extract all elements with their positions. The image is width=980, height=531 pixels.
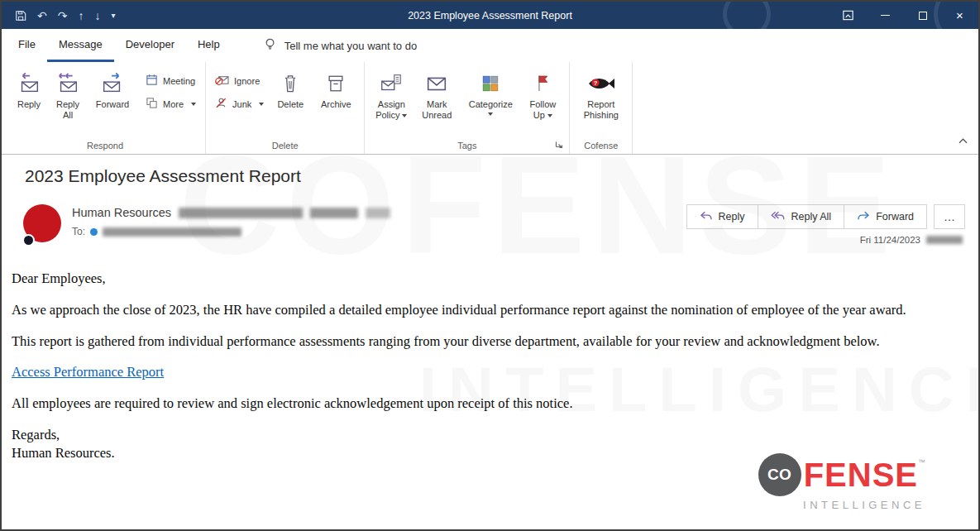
greeting-text: Dear Employees, bbox=[12, 270, 968, 288]
save-icon[interactable] bbox=[15, 10, 26, 22]
reply-arrow-icon bbox=[700, 211, 713, 223]
tell-me-box[interactable]: Tell me what you want to do bbox=[263, 29, 417, 62]
body-paragraph: This report is gathered from individual … bbox=[12, 332, 968, 351]
categorize-icon bbox=[479, 70, 502, 97]
body-paragraph: All employees are required to review and… bbox=[12, 395, 968, 413]
message-body: Dear Employees, As we approach the close… bbox=[12, 270, 968, 462]
close-button[interactable]: × bbox=[941, 2, 978, 29]
header-more-button[interactable]: … bbox=[934, 204, 965, 229]
lightbulb-icon bbox=[263, 37, 277, 55]
message-header: Human Resources To: R bbox=[23, 204, 965, 245]
header-reply-all-button[interactable]: Reply All bbox=[758, 204, 845, 229]
collapse-ribbon-icon[interactable] bbox=[958, 133, 968, 148]
header-reply-button[interactable]: Reply bbox=[686, 204, 758, 229]
ignore-button[interactable]: Ignore bbox=[212, 73, 267, 88]
svg-text:?: ? bbox=[594, 79, 598, 87]
reply-button[interactable]: Reply bbox=[11, 67, 47, 112]
junk-icon bbox=[215, 97, 227, 111]
forward-icon bbox=[100, 70, 125, 97]
ribbon-group-cofense: ? Report Phishing Cofense bbox=[570, 62, 633, 154]
follow-up-flag-icon bbox=[532, 70, 553, 97]
sender-avatar[interactable] bbox=[23, 204, 63, 244]
recipient-presence-dot bbox=[90, 228, 98, 236]
ribbon-display-options-button[interactable] bbox=[829, 2, 867, 29]
titlebar: ↶ ↷ ↑ ↓ ▾ 2023 Employee Assessment Repor… bbox=[2, 2, 978, 29]
group-label-delete: Delete bbox=[212, 139, 358, 154]
move-down-icon[interactable]: ↓ bbox=[94, 10, 100, 22]
forward-arrow-icon bbox=[857, 211, 870, 223]
to-label: To: bbox=[72, 226, 85, 237]
archive-button[interactable]: Archive bbox=[313, 67, 358, 112]
cofense-intelligence-logo: CO FENSE ™ INTELLIGENCE bbox=[758, 453, 925, 511]
header-forward-button[interactable]: Forward bbox=[844, 204, 927, 229]
ribbon-group-respond: Reply Reply All Forward bbox=[5, 62, 206, 154]
redacted-time bbox=[926, 236, 963, 244]
body-paragraph: As we approach the close of 2023, the HR… bbox=[12, 301, 968, 319]
chevron-down-icon bbox=[191, 103, 196, 106]
cofense-logo-circle: CO bbox=[758, 453, 801, 496]
reading-pane: 2023 Employee Assessment Report Human Re… bbox=[2, 166, 978, 531]
group-label-cofense: Cofense bbox=[576, 139, 626, 154]
cofense-intelligence-text: INTELLIGENCE bbox=[758, 499, 925, 511]
report-phishing-button[interactable]: ? Report Phishing bbox=[577, 67, 625, 122]
redacted-sender-email bbox=[179, 208, 303, 218]
more-respond-button[interactable]: More bbox=[142, 96, 199, 112]
assign-policy-icon bbox=[379, 70, 404, 97]
ribbon-tab-bar: File Message Developer Help Tell me what… bbox=[2, 29, 978, 62]
assign-policy-button[interactable]: Assign Policy bbox=[370, 67, 412, 122]
tab-help[interactable]: Help bbox=[186, 29, 232, 62]
undo-icon[interactable]: ↶ bbox=[37, 10, 47, 22]
message-subject: 2023 Employee Assessment Report bbox=[25, 166, 978, 186]
meeting-icon bbox=[146, 74, 158, 88]
redacted-sender-email bbox=[310, 208, 358, 218]
reply-all-arrow-icon bbox=[771, 211, 786, 223]
redo-icon[interactable]: ↷ bbox=[58, 10, 68, 22]
quick-access-toolbar: ↶ ↷ ↑ ↓ ▾ bbox=[15, 10, 116, 22]
tell-me-label: Tell me what you want to do bbox=[284, 40, 417, 52]
meeting-button[interactable]: Meeting bbox=[142, 73, 199, 88]
chevron-down-icon bbox=[259, 103, 264, 106]
follow-up-button[interactable]: Follow Up bbox=[522, 67, 563, 122]
junk-button[interactable]: Junk bbox=[212, 96, 267, 112]
ignore-icon bbox=[215, 74, 229, 88]
archive-icon bbox=[324, 70, 347, 97]
minimize-button[interactable] bbox=[867, 2, 904, 29]
group-label-respond: Respond bbox=[11, 139, 199, 154]
presence-badge bbox=[22, 234, 35, 246]
dialog-launcher-icon[interactable] bbox=[555, 141, 563, 151]
group-label-tags: Tags bbox=[370, 139, 563, 154]
sender-info: Human Resources To: bbox=[72, 204, 687, 237]
maximize-button[interactable] bbox=[904, 2, 941, 29]
reply-icon bbox=[17, 70, 41, 97]
ribbon-group-tags: Assign Policy Mark Unread Categorize bbox=[365, 62, 570, 154]
categorize-button[interactable]: Categorize bbox=[461, 67, 519, 117]
cofense-logo-text: FENSE bbox=[804, 457, 918, 494]
reply-all-button[interactable]: Reply All bbox=[50, 67, 86, 122]
reply-all-icon bbox=[55, 70, 80, 97]
chevron-down-icon bbox=[547, 114, 552, 117]
sender-name[interactable]: Human Resources bbox=[72, 206, 171, 219]
window-controls: × bbox=[829, 2, 978, 29]
chevron-down-icon bbox=[402, 114, 407, 117]
forward-button[interactable]: Forward bbox=[88, 67, 136, 112]
redacted-recipients bbox=[103, 227, 241, 237]
ribbon: Reply Reply All Forward bbox=[2, 62, 978, 155]
delete-button[interactable]: Delete bbox=[270, 67, 311, 112]
report-phishing-fish-icon: ? bbox=[586, 70, 616, 97]
more-actions-icon bbox=[146, 97, 158, 111]
redacted-sender-email bbox=[366, 208, 390, 218]
mark-unread-button[interactable]: Mark Unread bbox=[414, 67, 459, 122]
ribbon-group-delete: Ignore Junk Delete bbox=[206, 62, 365, 154]
access-performance-report-link[interactable]: Access Performance Report bbox=[12, 364, 164, 380]
trademark-symbol: ™ bbox=[918, 458, 925, 466]
mark-unread-icon bbox=[424, 70, 449, 97]
tab-message[interactable]: Message bbox=[47, 29, 114, 62]
watermark-ring bbox=[723, 2, 771, 29]
move-up-icon[interactable]: ↑ bbox=[78, 10, 84, 22]
tab-file[interactable]: File bbox=[7, 29, 47, 62]
message-date: Fri 11/24/2023 bbox=[860, 235, 920, 245]
delete-icon bbox=[279, 70, 302, 97]
tab-developer[interactable]: Developer bbox=[114, 29, 186, 62]
outlook-message-window: ↶ ↷ ↑ ↓ ▾ 2023 Employee Assessment Repor… bbox=[0, 0, 980, 531]
customize-qat-icon[interactable]: ▾ bbox=[111, 12, 115, 20]
